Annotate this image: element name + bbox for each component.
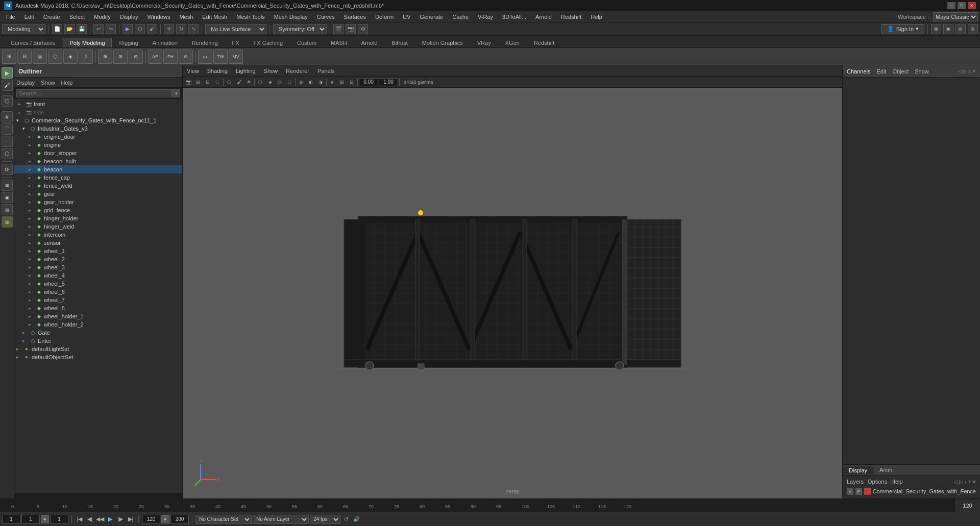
menu-item-modify[interactable]: Modify (90, 13, 114, 21)
rotate-btn[interactable]: ↻ (176, 24, 186, 34)
menu-item-surfaces[interactable]: Surfaces (340, 13, 370, 21)
outliner-search-input[interactable] (16, 89, 172, 97)
menu-item-select[interactable]: Select (65, 13, 89, 21)
tree-item-hinger-holder[interactable]: ▸ ◆ hinger_holder (14, 214, 182, 222)
tree-item-wheel-holder-1[interactable]: ▸ ◆ wheel_holder_1 (14, 312, 182, 320)
step-forward-btn[interactable]: |▶ (116, 515, 125, 524)
shelf-btn-slide-edge[interactable]: ⊘ (129, 49, 143, 64)
tree-item-gear-holder[interactable]: ▸ ◆ gear_holder (14, 198, 182, 206)
layer-visibility-btn[interactable]: V (847, 488, 853, 495)
history-btn[interactable]: ⟳ (2, 164, 13, 175)
vp-menu-shading[interactable]: Shading (205, 67, 230, 74)
shelf-btn-offset-edge[interactable]: ⊗ (113, 49, 128, 64)
close-channel-btn[interactable]: ✕ (972, 68, 976, 74)
vp-fit-sel-btn[interactable]: □ (213, 78, 222, 87)
total-end-input[interactable] (170, 515, 189, 524)
quick-layout-4[interactable]: ▦ (2, 180, 13, 191)
tab-rendering[interactable]: Rendering (185, 38, 225, 47)
anim-tab[interactable]: Anim (873, 466, 898, 474)
vp-paint-effects[interactable]: 🖌 (234, 78, 243, 87)
shelf-btn-smooth[interactable]: ◎ (33, 49, 47, 64)
viewport-canvas[interactable]: persp Y X Z (183, 88, 842, 498)
lasso-btn[interactable]: ⬡ (2, 95, 13, 107)
layers-menu-options[interactable]: Options (868, 479, 887, 485)
move-btn[interactable]: ✛ (164, 24, 174, 34)
tree-item-enter[interactable]: ▸ ⬡ Enter (14, 337, 182, 345)
menu-item-create[interactable]: Create (39, 13, 64, 21)
play-forward-btn[interactable]: ▶ (106, 515, 115, 524)
workspace-dropdown[interactable]: Maya Classic (933, 12, 978, 21)
tree-item-wheel-8[interactable]: ▸ ◆ wheel_8 (14, 304, 182, 312)
menu-item-arnold[interactable]: Arnold (531, 13, 556, 21)
tab-animation[interactable]: Animation (146, 38, 184, 47)
tree-item-wheel-5[interactable]: ▸ ◆ wheel_5 (14, 280, 182, 288)
current-frame-display[interactable]: 1 (21, 515, 40, 524)
menu-item-mesh[interactable]: Mesh (175, 13, 197, 21)
minimize-button[interactable]: ─ (947, 2, 955, 9)
tree-item-hinger-weld[interactable]: ▸ ◆ hinger_weld (14, 222, 182, 231)
outliner-search-btn[interactable]: ▾ (172, 89, 180, 97)
show-tab[interactable]: Show (915, 68, 929, 74)
vp-menu-show[interactable]: Show (262, 67, 280, 74)
audio-btn[interactable]: 🔊 (352, 515, 361, 524)
display-tab[interactable]: Display (843, 466, 873, 474)
tree-item-grid-fence[interactable]: ▸ ◆ grid_fence (14, 206, 182, 214)
fps-dropdown[interactable]: 24 fps 30 fps 60 fps (310, 515, 340, 524)
shelf-btn-merge-vertex[interactable]: MV (229, 49, 243, 64)
range-start-input[interactable] (50, 515, 68, 524)
layers-menu-layers[interactable]: Layers (847, 479, 864, 485)
tree-item-wheel-2[interactable]: ▸ ◆ wheel_2 (14, 255, 182, 263)
timeline-area[interactable]: 0 5 10 15 20 25 30 35 40 45 50 55 60 65 … (0, 498, 980, 512)
tab-vray[interactable]: VRay (471, 38, 498, 47)
tab-curves-surfaces[interactable]: Curves / Surfaces (4, 38, 62, 47)
menu-item-deform[interactable]: Deform (371, 13, 398, 21)
vp-camera-btn[interactable]: 📷 (184, 78, 193, 87)
snap-to-grid[interactable]: # (2, 111, 13, 122)
vp-bounding-box-btn[interactable]: □ (285, 78, 294, 87)
no-character-dropdown[interactable]: No Character Set (195, 515, 252, 524)
layer-nav-left[interactable]: ◁ (954, 479, 958, 485)
tree-item-engine-door[interactable]: ▸ ◆ engine_door (14, 133, 182, 141)
quick-layout-side[interactable]: ▥ (2, 216, 13, 228)
outliner-help-menu[interactable]: Help (61, 80, 73, 86)
shelf-btn-append-poly[interactable]: AP (148, 49, 162, 64)
menu-item-file[interactable]: File (2, 13, 19, 21)
ipr-btn[interactable]: 📷 (346, 24, 356, 34)
no-live-surface-dropdown[interactable]: No Live Surface (205, 24, 266, 34)
vp-menu-view[interactable]: View (185, 67, 201, 74)
vp-gain-input[interactable] (379, 78, 398, 86)
tab-fx-caching[interactable]: FX Caching (247, 38, 289, 47)
menu-item-edit-mesh[interactable]: Edit Mesh (198, 13, 231, 21)
shelf-btn-extrude[interactable]: ⬡ (48, 49, 62, 64)
tree-item-fence-weld[interactable]: ▸ ◆ fence_weld (14, 182, 182, 190)
menu-item-edit[interactable]: Edit (20, 13, 38, 21)
vp-fit-all-btn[interactable]: ⊟ (203, 78, 212, 87)
layout-icon-3[interactable]: ▤ (955, 24, 966, 34)
go-to-start-btn[interactable]: |◀ (75, 515, 84, 524)
vp-hide-show[interactable]: 👁 (244, 78, 253, 87)
step-back-btn[interactable]: ◀| (85, 515, 94, 524)
layer-row[interactable]: V P Commercial_Security_Gates_with_Fence (845, 486, 978, 496)
shelf-btn-insert-loop[interactable]: ⊕ (98, 49, 112, 64)
shelf-btn-bevel[interactable]: ◈ (63, 49, 78, 64)
tree-item-wheel-6[interactable]: ▸ ◆ wheel_6 (14, 288, 182, 296)
menu-item-windows[interactable]: Windows (143, 13, 175, 21)
menu-item-display[interactable]: Display (116, 13, 142, 21)
menu-item-generate[interactable]: Generate (415, 13, 447, 21)
vp-gamma-btn[interactable]: sRGB gamma (401, 78, 436, 87)
tree-item-sensor[interactable]: ▸ ◆ sensor (14, 239, 182, 247)
pin-left-btn[interactable]: ◁ (958, 68, 962, 74)
tab-rigging[interactable]: Rigging (113, 38, 145, 47)
shelf-btn-mirror[interactable]: ⧢ (198, 49, 212, 64)
quick-layout-multi[interactable]: ▤ (2, 204, 13, 215)
channels-tab[interactable]: Channels (847, 68, 870, 74)
menu-item-curves[interactable]: Curves (313, 13, 339, 21)
go-to-end-btn[interactable]: ▶| (126, 515, 135, 524)
vp-smooth-wire-btn[interactable]: ◈ (265, 78, 275, 87)
layer-close-btn[interactable]: ✕ (972, 479, 976, 485)
snap-to-curve[interactable]: ⌒ (2, 123, 13, 135)
sign-in-button[interactable]: 👤 Sign In ▾ (881, 24, 924, 34)
vp-grid-btn[interactable]: # (328, 78, 337, 87)
vp-select-by-camera[interactable]: ⬡ (225, 78, 234, 87)
layout-icon-4[interactable]: ▥ (968, 24, 978, 34)
